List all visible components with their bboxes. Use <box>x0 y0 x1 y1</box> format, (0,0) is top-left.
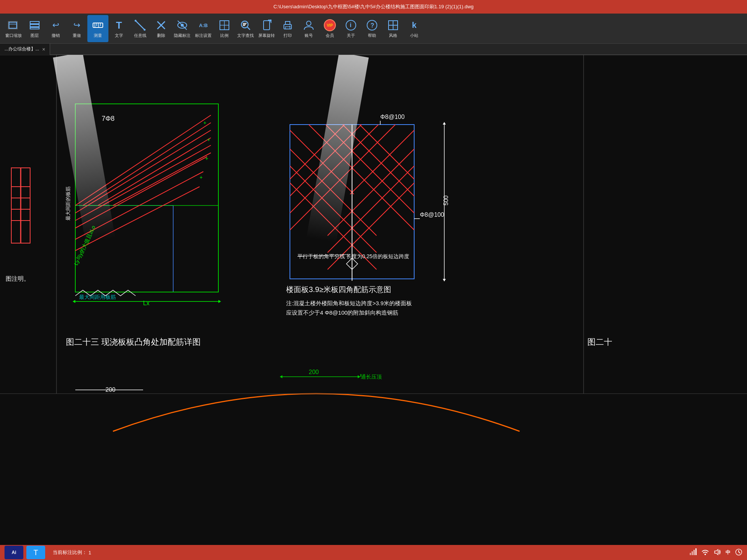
svg-text:楼面板3.9≥米板四角配筋示意图: 楼面板3.9≥米板四角配筋示意图 <box>286 285 391 294</box>
text-search-icon <box>239 18 252 32</box>
tab-close-button[interactable]: × <box>42 46 45 52</box>
app-button[interactable]: T <box>26 546 45 559</box>
svg-text:200: 200 <box>309 369 319 375</box>
account-icon <box>302 18 316 32</box>
measure-icon <box>91 18 105 32</box>
toolbar: 窗口缩放 图层 ↩ 撤销 ↪ 重做 测量 <box>0 14 747 44</box>
svg-text:应设置不少于4 Φ8@100的附加斜向构造钢筋: 应设置不少于4 Φ8@100的附加斜向构造钢筋 <box>286 309 398 316</box>
taskbar-left: Ai T <box>5 546 45 559</box>
toolbar-line[interactable]: 任意线 <box>130 15 151 42</box>
toolbar-undo[interactable]: ↩ 撤销 <box>45 15 66 42</box>
toolbar-label: 隐藏标注 <box>174 33 191 38</box>
toolbar-hide-mark[interactable]: 隐藏标注 <box>172 15 193 42</box>
svg-text:Φ8@100: Φ8@100 <box>420 212 444 218</box>
status-right: 中 <box>689 548 742 557</box>
toolbar-delete[interactable]: 删除 <box>151 15 172 42</box>
svg-line-11 <box>136 21 145 30</box>
toolbar-mini-station[interactable]: k 小站 <box>404 15 425 42</box>
svg-marker-125 <box>715 549 718 555</box>
toolbar-label: 小站 <box>410 33 418 38</box>
language-indicator[interactable]: 中 <box>726 549 730 556</box>
toolbar-layers[interactable]: 图层 <box>24 15 45 42</box>
toolbar-vip[interactable]: VIP 会员 <box>319 15 340 42</box>
svg-rect-123 <box>695 548 697 555</box>
svg-rect-6 <box>93 23 103 27</box>
svg-rect-121 <box>692 551 693 555</box>
svg-text:图二十三  现浇板板凸角处加配筋详图: 图二十三 现浇板板凸角处加配筋详图 <box>66 337 201 347</box>
toolbar-label: 打印 <box>284 33 292 38</box>
toolbar-label: 图层 <box>30 33 39 38</box>
vip-icon: VIP <box>323 18 337 32</box>
print-icon <box>281 18 294 32</box>
help-icon: ? <box>365 18 379 32</box>
svg-text:7Φ8: 7Φ8 <box>102 115 114 122</box>
toolbar-text[interactable]: T 文字 <box>108 15 130 42</box>
title-bar: C:\Users\admin\Desktop\九中框图\5#楼\九中5#办公楼结… <box>0 0 747 14</box>
svg-text:i: i <box>350 22 351 28</box>
svg-text:最大间距的板筋: 最大间距的板筋 <box>65 186 71 221</box>
canvas-area[interactable]: + + + + 7Φ8 最大间距的板筋 Lx Ly与y的大值且≥Lo 最大间距用… <box>0 55 747 545</box>
scale-icon <box>218 18 231 32</box>
toolbar-label: 标注设置 <box>195 33 212 38</box>
toolbar-measure[interactable]: 测量 <box>87 15 108 42</box>
toolbar-label: 屏幕旋转 <box>258 33 275 38</box>
toolbar-label: 撤销 <box>52 33 60 38</box>
svg-text:最大间距用板筋: 最大间距用板筋 <box>79 294 116 300</box>
svg-rect-0 <box>9 22 17 28</box>
svg-line-128 <box>739 552 740 553</box>
toolbar-label: 重做 <box>73 33 81 38</box>
svg-text:通长压顶: 通长压顶 <box>361 374 382 380</box>
svg-rect-37 <box>389 21 393 25</box>
toolbar-label: 窗口缩放 <box>5 33 22 38</box>
svg-point-31 <box>290 26 291 27</box>
svg-text:图二十: 图二十 <box>587 337 612 347</box>
svg-text:图注明。: 图注明。 <box>6 275 30 282</box>
svg-rect-3 <box>30 21 39 24</box>
toolbar-help[interactable]: ? 帮助 <box>361 15 383 42</box>
status-bar: Ai T 当前标注比例： 1 <box>0 545 747 560</box>
tab-label: ...办公综合楼】... <box>5 46 39 52</box>
toolbar-label: 文字查找 <box>237 33 254 38</box>
toolbar-text-search[interactable]: 文字查找 <box>235 15 256 42</box>
toolbar-about[interactable]: i 关于 <box>340 15 361 42</box>
undo-icon: ↩ <box>49 18 63 32</box>
tab-bar: ...办公综合楼】... × <box>0 44 747 55</box>
toolbar-account[interactable]: 账号 <box>298 15 319 42</box>
svg-text:500: 500 <box>443 195 449 205</box>
toolbar-mark-settings[interactable]: A:B 标注设置 <box>193 15 214 42</box>
volume-icon <box>713 548 721 557</box>
hide-mark-icon <box>175 18 189 32</box>
svg-text:Φ8@100: Φ8@100 <box>380 114 405 120</box>
svg-point-124 <box>704 554 706 555</box>
svg-text:Lx: Lx <box>143 300 149 306</box>
toolbar-redo[interactable]: ↪ 重做 <box>66 15 87 42</box>
toolbar-label: 风格 <box>389 33 397 38</box>
toolbar-scale[interactable]: 比例 <box>214 15 235 42</box>
svg-point-13 <box>144 29 146 31</box>
status-scale-value: 1 <box>88 550 91 555</box>
mark-settings-icon: A:B <box>197 18 210 32</box>
start-button[interactable]: Ai <box>5 546 23 559</box>
svg-rect-122 <box>694 550 695 555</box>
toolbar-label: 会员 <box>326 33 334 38</box>
toolbar-style[interactable]: 风格 <box>383 15 404 42</box>
wifi-icon <box>701 548 709 557</box>
svg-rect-39 <box>389 25 393 30</box>
app-icon: T <box>34 548 38 557</box>
redo-icon: ↪ <box>70 18 84 32</box>
toolbar-window-zoom[interactable]: 窗口缩放 <box>3 15 24 42</box>
tab-main[interactable]: ...办公综合楼】... × <box>0 44 50 55</box>
title-text: C:\Users\admin\Desktop\九中框图\5#楼\九中5#办公楼结… <box>273 3 474 10</box>
svg-text:+: + <box>205 155 208 161</box>
toolbar-label: 任意线 <box>134 33 146 38</box>
start-label: Ai <box>12 550 16 555</box>
svg-text:+: + <box>200 174 203 180</box>
signal-icon <box>689 548 697 557</box>
line-icon <box>133 18 147 32</box>
toolbar-label: 账号 <box>305 33 313 38</box>
svg-text:?: ? <box>370 22 374 29</box>
toolbar-screen-rotate[interactable]: 屏幕旋转 <box>256 15 277 42</box>
toolbar-print[interactable]: 打印 <box>277 15 298 42</box>
cad-drawing: + + + + 7Φ8 最大间距的板筋 Lx Ly与y的大值且≥Lo 最大间距用… <box>0 55 747 545</box>
svg-rect-4 <box>30 24 39 27</box>
